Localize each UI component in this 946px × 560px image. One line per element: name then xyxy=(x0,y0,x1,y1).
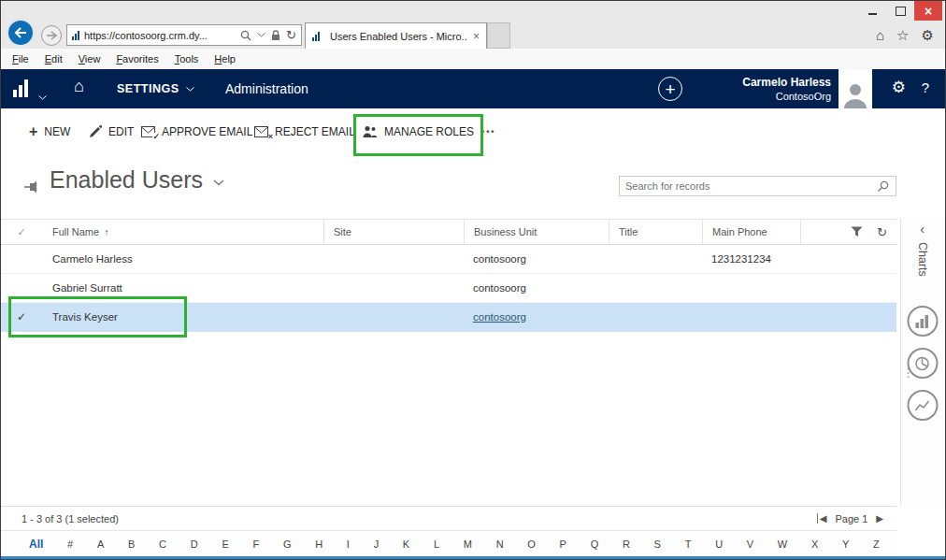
edit-button[interactable]: EDIT xyxy=(89,108,134,155)
alphabet-letter-M[interactable]: M xyxy=(464,538,472,550)
alphabet-letter-V[interactable]: V xyxy=(747,538,753,550)
address-bar[interactable]: https://contosoorg.crm.dy... ↻ xyxy=(66,24,302,46)
quick-create-button[interactable]: + xyxy=(658,77,682,101)
menu-edit[interactable]: Edit xyxy=(45,53,63,65)
cell-business-unit[interactable]: contosoorg xyxy=(464,303,609,331)
cell-site xyxy=(323,274,464,302)
search-icon[interactable] xyxy=(240,30,251,41)
help-icon[interactable]: ? xyxy=(922,80,929,94)
alphabet-letter-F[interactable]: F xyxy=(252,538,259,550)
alphabet-letter-L[interactable]: L xyxy=(434,538,439,550)
column-header-site[interactable]: Site xyxy=(323,220,464,244)
column-header-full-name[interactable]: Full Name ↑ xyxy=(42,220,323,244)
nav-settings[interactable]: SETTINGS xyxy=(117,82,194,95)
alphabet-letter-Q[interactable]: Q xyxy=(591,538,599,550)
column-header-title[interactable]: Title xyxy=(609,220,702,244)
alphabet-letter-X[interactable]: X xyxy=(811,538,818,550)
alphabet-letter-K[interactable]: K xyxy=(403,538,409,550)
new-button[interactable]: + NEW xyxy=(29,108,70,155)
alphabet-letter-E[interactable]: E xyxy=(222,538,228,550)
chevron-down-icon[interactable] xyxy=(257,33,265,37)
refresh-icon[interactable]: ↻ xyxy=(286,29,296,41)
settings-gear-icon[interactable]: ⚙ xyxy=(892,79,906,95)
close-button[interactable]: × xyxy=(914,1,942,21)
alphabet-letter-P[interactable]: P xyxy=(560,538,566,550)
avatar[interactable] xyxy=(838,69,872,108)
row-checkbox[interactable]: ✓ xyxy=(1,303,42,331)
cell-full-name[interactable]: Travis Keyser xyxy=(42,303,323,331)
alphabet-letter-#[interactable]: # xyxy=(67,538,73,550)
search-input[interactable] xyxy=(620,180,877,192)
row-checkbox[interactable] xyxy=(1,245,42,273)
pin-icon[interactable] xyxy=(23,180,40,194)
nav-home-icon[interactable]: ⌂ xyxy=(74,78,84,94)
alphabet-letter-G[interactable]: G xyxy=(283,538,292,550)
cell-full-name[interactable]: Carmelo Harless xyxy=(42,245,323,273)
approve-email-button[interactable]: ✓ APPROVE EMAIL xyxy=(141,108,252,155)
logo-chevron-icon[interactable] xyxy=(38,87,47,104)
rail-collapse-icon[interactable]: ‹ xyxy=(920,222,924,237)
grid-refresh-icon[interactable]: ↻ xyxy=(877,226,887,238)
alphabet-letter-S[interactable]: S xyxy=(654,538,661,550)
line-chart-icon[interactable] xyxy=(907,390,938,421)
first-page-button[interactable]: ◀ xyxy=(817,513,827,524)
alphabet-letter-I[interactable]: I xyxy=(347,538,350,550)
alphabet-letter-C[interactable]: C xyxy=(159,538,166,550)
grid-row[interactable]: Gabriel Surrattcontosoorg xyxy=(1,274,896,303)
alphabet-letter-N[interactable]: N xyxy=(496,538,504,550)
tab-close-icon[interactable]: × xyxy=(473,30,480,43)
alphabet-letter-J[interactable]: J xyxy=(374,538,380,550)
cell-full-name[interactable]: Gabriel Surratt xyxy=(42,274,323,302)
alphabet-letter-Y[interactable]: Y xyxy=(842,538,849,550)
filter-icon[interactable] xyxy=(851,226,863,237)
cell-business-unit[interactable]: contosoorg xyxy=(464,245,609,273)
user-info[interactable]: Carmelo Harless ContosoOrg xyxy=(742,75,831,104)
column-header-main-phone[interactable]: Main Phone xyxy=(702,220,800,244)
alphabet-letter-R[interactable]: R xyxy=(623,538,630,550)
view-chevron-icon[interactable] xyxy=(213,179,224,186)
alphabet-letter-U[interactable]: U xyxy=(715,538,723,550)
alphabet-letter-T[interactable]: T xyxy=(685,538,692,550)
select-all-checkbox[interactable]: ✓ xyxy=(1,220,42,244)
alphabet-letter-D[interactable]: D xyxy=(191,538,198,550)
menu-help[interactable]: Help xyxy=(214,53,236,65)
home-icon[interactable]: ⌂ xyxy=(876,27,884,43)
column-header-business-unit[interactable]: Business Unit xyxy=(464,220,609,244)
search-magnifier-icon[interactable] xyxy=(877,180,889,193)
bar-chart-icon[interactable] xyxy=(907,306,938,337)
alphabet-letter-Z[interactable]: Z xyxy=(873,538,880,550)
menu-file[interactable]: File xyxy=(12,53,29,65)
row-checkbox[interactable] xyxy=(1,274,42,302)
titlebar[interactable]: × xyxy=(1,1,945,22)
menu-favorites[interactable]: Favorites xyxy=(116,53,158,65)
favorites-star-icon[interactable]: ☆ xyxy=(896,27,909,44)
browser-tab[interactable]: Users Enabled Users - Micro... × xyxy=(305,22,487,49)
forward-button[interactable] xyxy=(41,25,62,46)
view-selector[interactable]: Enabled Users xyxy=(50,166,224,194)
menu-view[interactable]: View xyxy=(79,53,101,65)
grid-row[interactable]: ✓Travis Keysercontosoorg xyxy=(1,303,896,332)
url-text[interactable]: https://contosoorg.crm.dy... xyxy=(84,30,240,41)
alphabet-letter-B[interactable]: B xyxy=(128,538,135,550)
tools-gear-icon[interactable]: ⚙ xyxy=(922,27,934,44)
alphabet-letter-W[interactable]: W xyxy=(778,538,787,550)
alphabet-all[interactable]: All xyxy=(29,538,43,551)
more-commands-button[interactable]: ••• xyxy=(481,108,495,155)
manage-roles-button[interactable]: MANAGE ROLES xyxy=(363,108,474,155)
maximize-button[interactable] xyxy=(886,1,914,21)
charts-rail-label[interactable]: Charts xyxy=(916,242,929,277)
dynamics-logo-icon[interactable] xyxy=(13,79,28,97)
new-tab-button[interactable] xyxy=(487,22,510,49)
pie-chart-icon[interactable] xyxy=(907,348,938,379)
reject-email-button[interactable]: × REJECT EMAIL xyxy=(254,108,355,155)
minimize-button[interactable] xyxy=(858,1,886,21)
nav-breadcrumb-administration[interactable]: Administration xyxy=(225,81,308,96)
menu-tools[interactable]: Tools xyxy=(175,53,199,65)
alphabet-letter-O[interactable]: O xyxy=(527,538,536,550)
alphabet-letter-H[interactable]: H xyxy=(315,538,322,550)
cell-business-unit[interactable]: contosoorg xyxy=(464,274,609,302)
back-button[interactable] xyxy=(7,19,35,47)
grid-row[interactable]: Carmelo Harlesscontosoorg1231231234 xyxy=(1,245,896,274)
next-page-button[interactable]: ▶ xyxy=(876,513,883,524)
alphabet-letter-A[interactable]: A xyxy=(97,538,104,550)
